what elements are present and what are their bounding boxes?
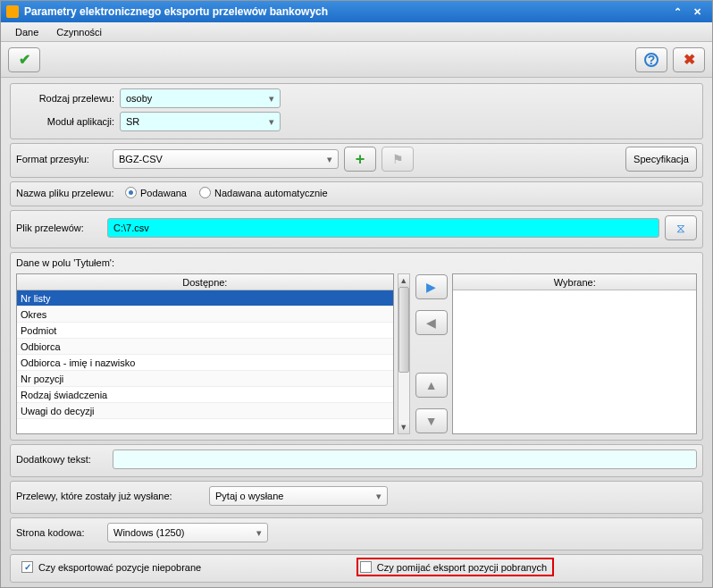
content-area: Rodzaj przelewu: osoby Moduł aplikacji: … [1, 78, 712, 588]
pomijac-pobrane-checkbox[interactable] [360, 561, 372, 573]
move-up-button[interactable]: ▲ [415, 373, 448, 398]
format-panel: Format przesyłu: BGZ-CSV + ⚑ Specyfikacj… [10, 143, 703, 178]
plus-icon: + [356, 150, 365, 169]
cancel-button[interactable]: ✖ [673, 47, 705, 72]
list-item[interactable]: Uwagi do decyzji [17, 403, 393, 419]
dodatkowy-tekst-input[interactable] [113, 449, 697, 469]
dodatkowy-tekst-panel: Dodatkowy tekst: [10, 444, 703, 477]
browse-button[interactable]: ⧖ [665, 215, 697, 240]
scroll-thumb[interactable] [398, 287, 409, 373]
eksportowac-niepobrane-row: Czy eksportować pozycje niepobrane [16, 558, 206, 576]
pomijac-pobrane-label: Czy pomijać eksport pozycji pobranych [377, 562, 547, 573]
strona-kodowa-label: Strona kodowa: [16, 527, 102, 538]
radio-nadawana-label: Nadawana automatycznie [214, 188, 328, 198]
scroll-track[interactable] [398, 287, 409, 421]
dostepne-scrollbar[interactable]: ▲ ▼ [398, 273, 410, 434]
plik-przelewow-panel: Plik przelewów: C:\7.csv ⧖ [10, 210, 703, 248]
wybrane-items [453, 290, 696, 433]
dodatkowy-tekst-label: Dodatkowy tekst: [16, 454, 107, 465]
radio-podawana[interactable] [125, 187, 137, 198]
radio-nadawana[interactable] [199, 187, 211, 198]
rodzaj-przelewu-value: osoby [126, 93, 152, 104]
move-left-button[interactable]: ◀ [415, 310, 448, 335]
move-right-button[interactable]: ▶ [415, 274, 448, 299]
help-button[interactable]: ? [635, 47, 667, 72]
strona-kodowa-panel: Strona kodowa: Windows (1250) [10, 517, 703, 550]
basic-panel: Rodzaj przelewu: osoby Moduł aplikacji: … [10, 83, 703, 139]
titlebar: Parametry elektronicznego eksportu przel… [1, 1, 712, 22]
list-item[interactable]: Podmiot [17, 323, 393, 339]
modul-aplikacji-value: SR [126, 116, 139, 127]
eksportowac-niepobrane-checkbox[interactable] [21, 561, 33, 573]
plik-przelewow-input[interactable]: C:\7.csv [107, 218, 659, 238]
nazwa-pliku-panel: Nazwa pliku przelewu: Podawana Nadawana … [10, 181, 703, 206]
menu-czynnosci[interactable]: Czynności [47, 24, 111, 40]
przelewy-wyslane-value: Pytaj o wysłane [215, 491, 283, 501]
scroll-down-button[interactable]: ▼ [398, 421, 409, 433]
rodzaj-przelewu-label: Rodzaj przelewu: [16, 93, 114, 104]
przelewy-wyslane-select[interactable]: Pytaj o wysłane [209, 486, 388, 506]
wybrane-listbox[interactable]: Wybrane: [452, 273, 697, 434]
eksportowac-niepobrane-label: Czy eksportować pozycje niepobrane [38, 562, 201, 573]
minimize-button[interactable]: ⌃ [667, 4, 687, 20]
menubar: Dane Czynności [1, 22, 712, 42]
flag-button[interactable]: ⚑ [382, 147, 414, 172]
toolbar: ✔ ? ✖ [1, 42, 712, 78]
check-icon: ✔ [19, 51, 30, 68]
close-icon: ✖ [684, 51, 695, 68]
help-icon: ? [644, 53, 658, 67]
checkboxes-panel: Czy eksportować pozycje niepobrane Czy p… [10, 554, 703, 583]
format-przesylu-value: BGZ-CSV [119, 154, 163, 164]
list-item[interactable]: Okres [17, 307, 393, 323]
specyfikacja-button[interactable]: Specyfikacja [625, 147, 697, 172]
menu-dane[interactable]: Dane [6, 24, 47, 40]
main-window: Parametry elektronicznego eksportu przel… [0, 0, 713, 588]
close-button[interactable]: ✕ [687, 4, 707, 20]
dual-list-picker: Dostępne: Nr listy Okres Podmiot Odbiorc… [16, 273, 697, 434]
strona-kodowa-value: Windows (1250) [113, 527, 184, 538]
highlighted-option: Czy pomijać eksport pozycji pobranych [356, 558, 554, 576]
format-przesylu-select[interactable]: BGZ-CSV [113, 149, 339, 169]
plik-przelewow-label: Plik przelewów: [16, 223, 102, 233]
list-item[interactable]: Odbiorca [17, 339, 393, 355]
accept-button[interactable]: ✔ [8, 47, 40, 72]
specyfikacja-label: Specyfikacja [633, 154, 689, 164]
radio-podawana-label: Podawana [140, 188, 187, 198]
format-przesylu-label: Format przesyłu: [16, 154, 107, 164]
list-item[interactable]: Odbiorca - imię i nazwisko [17, 355, 393, 371]
modul-aplikacji-label: Moduł aplikacji: [16, 116, 114, 127]
wybrane-header: Wybrane: [453, 274, 696, 290]
flag-icon: ⚑ [392, 152, 404, 166]
dane-w-polu-label: Dane w polu 'Tytułem': [16, 256, 697, 270]
nazwa-pliku-radio-group: Podawana Nadawana automatycznie [125, 187, 328, 198]
hourglass-icon: ⧖ [676, 221, 685, 236]
list-item[interactable]: Rodzaj świadczenia [17, 387, 393, 403]
dostepne-items: Nr listy Okres Podmiot Odbiorca Odbiorca… [17, 290, 393, 433]
list-item[interactable]: Nr listy [17, 290, 393, 307]
dostepne-header: Dostępne: [17, 274, 393, 290]
tytulem-panel: Dane w polu 'Tytułem': Dostępne: Nr list… [10, 252, 703, 441]
rodzaj-przelewu-select[interactable]: osoby [120, 88, 281, 108]
strona-kodowa-select[interactable]: Windows (1250) [107, 523, 268, 542]
app-icon [6, 5, 19, 18]
scroll-up-button[interactable]: ▲ [398, 274, 409, 287]
nazwa-pliku-label: Nazwa pliku przelewu: [16, 188, 120, 198]
window-title: Parametry elektronicznego eksportu przel… [24, 5, 667, 18]
plik-przelewow-value: C:\7.csv [113, 223, 149, 233]
move-down-button[interactable]: ▼ [415, 408, 448, 433]
transfer-buttons: ▶ ◀ ▲ ▼ [414, 273, 449, 434]
przelewy-wyslane-label: Przelewy, które zostały już wysłane: [16, 491, 204, 501]
list-item[interactable]: Nr pozycji [17, 371, 393, 387]
dostepne-listbox[interactable]: Dostępne: Nr listy Okres Podmiot Odbiorc… [16, 273, 394, 434]
modul-aplikacji-select[interactable]: SR [120, 112, 281, 131]
przelewy-wyslane-panel: Przelewy, które zostały już wysłane: Pyt… [10, 481, 703, 514]
add-format-button[interactable]: + [344, 147, 376, 172]
